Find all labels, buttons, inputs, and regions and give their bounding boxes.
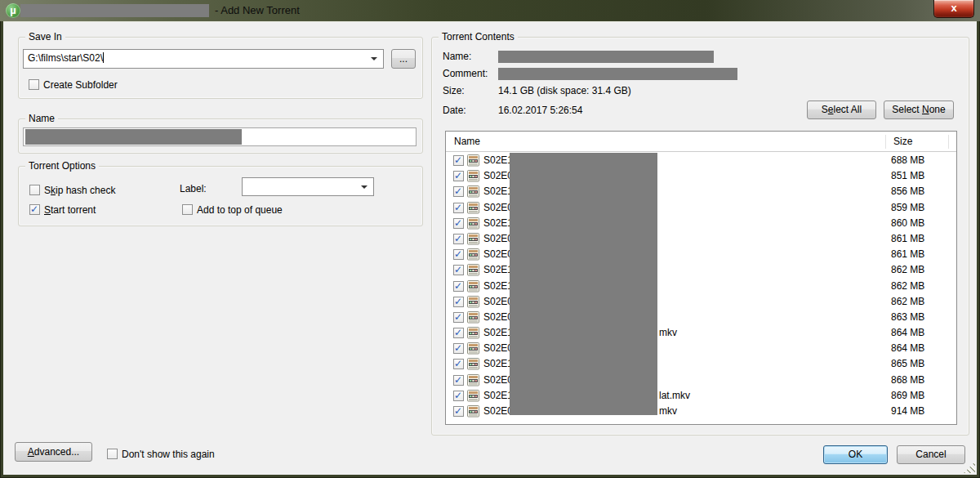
file-checkbox[interactable]: ✓ — [453, 218, 464, 229]
file-size: 862 MB — [891, 294, 924, 310]
column-header-size[interactable]: Size — [893, 132, 912, 151]
video-file-icon — [467, 390, 479, 402]
file-checkbox[interactable]: ✓ — [453, 406, 464, 417]
check-icon: ✓ — [454, 248, 462, 260]
select-none-button[interactable]: Select None — [884, 101, 954, 119]
contents-date-value: 16.02.2017 5:26:54 — [498, 105, 582, 117]
check-icon: ✓ — [454, 217, 462, 229]
file-checkbox[interactable]: ✓ — [453, 297, 464, 307]
select-all-button[interactable]: Select All — [807, 101, 876, 119]
save-path-combobox[interactable]: G:\films\star\S02\ — [23, 49, 384, 69]
chevron-down-icon[interactable] — [361, 185, 368, 189]
cancel-button-label: Cancel — [915, 449, 946, 460]
label-field-caption: Label: — [180, 183, 207, 195]
file-size: 856 MB — [891, 184, 924, 199]
video-file-icon — [467, 264, 479, 276]
torrent-options-group-label: Torrent Options — [25, 160, 99, 172]
file-checkbox[interactable]: ✓ — [453, 359, 464, 369]
advanced-button[interactable]: Advanced... — [15, 442, 92, 462]
check-icon: ✓ — [30, 203, 38, 215]
file-size: 860 MB — [891, 216, 924, 231]
save-path-value: G:\films\star\S02\ — [28, 52, 103, 64]
file-checkbox[interactable]: ✓ — [453, 171, 464, 181]
video-file-icon — [467, 280, 479, 293]
contents-size-label: Size: — [443, 85, 465, 97]
file-checkbox[interactable]: ✓ — [453, 391, 464, 401]
check-icon: ✓ — [454, 374, 462, 386]
check-icon: ✓ — [454, 390, 462, 401]
video-file-icon — [467, 248, 479, 261]
video-file-icon — [467, 374, 479, 386]
window-title: - Add New Torrent — [215, 0, 300, 21]
file-checkbox[interactable]: ✓ — [453, 249, 464, 260]
file-list: Name Size ✓ S02E15 688 MB — [445, 131, 957, 425]
column-divider[interactable] — [948, 135, 949, 149]
file-checkbox[interactable]: ✓ — [453, 312, 464, 323]
file-size: 862 MB — [891, 262, 924, 278]
contents-comment-label: Comment: — [443, 68, 488, 80]
file-size: 864 MB — [891, 325, 924, 341]
contents-size-value: 14.1 GB (disk space: 31.4 GB) — [498, 85, 631, 97]
torrent-name-input[interactable] — [23, 127, 416, 146]
file-size: 861 MB — [891, 247, 924, 262]
check-icon: ✓ — [454, 233, 462, 244]
file-checkbox[interactable]: ✓ — [453, 375, 464, 386]
browse-button-label: ... — [399, 53, 408, 65]
file-list-header: Name Size — [446, 132, 956, 152]
file-size: 868 MB — [891, 373, 924, 388]
check-icon: ✓ — [454, 264, 462, 275]
ok-button[interactable]: OK — [823, 445, 888, 464]
save-in-group-label: Save In — [25, 31, 65, 43]
check-icon: ✓ — [454, 327, 462, 338]
skip-hash-check-checkbox[interactable] — [29, 185, 40, 195]
label-combobox[interactable] — [242, 177, 374, 196]
close-button[interactable]: x — [933, 0, 974, 18]
contents-date-label: Date: — [443, 105, 466, 117]
start-torrent-checkbox[interactable]: ✓ — [29, 204, 40, 215]
video-file-icon — [467, 170, 479, 182]
torrent-options-group: Torrent Options — [18, 166, 423, 226]
file-checkbox[interactable]: ✓ — [453, 281, 464, 292]
create-subfolder-checkbox[interactable] — [29, 79, 39, 90]
title-redaction — [20, 4, 209, 17]
file-checkbox[interactable]: ✓ — [453, 203, 464, 213]
file-checkbox[interactable]: ✓ — [453, 234, 464, 244]
file-checkbox[interactable]: ✓ — [453, 186, 464, 197]
file-list-redaction — [510, 153, 657, 415]
add-new-torrent-dialog: { "window": { "app_icon_glyph": "µ", "ti… — [0, 0, 980, 478]
file-name-suffix: mkv — [659, 404, 677, 419]
browse-button[interactable]: ... — [391, 49, 416, 69]
video-file-icon — [467, 405, 479, 418]
file-checkbox[interactable]: ✓ — [453, 328, 464, 338]
cancel-button[interactable]: Cancel — [897, 445, 965, 464]
close-icon: x — [951, 2, 956, 14]
name-redaction — [25, 129, 242, 145]
check-icon: ✓ — [454, 280, 462, 292]
add-top-queue-checkbox[interactable] — [182, 204, 193, 215]
column-divider[interactable] — [885, 135, 886, 149]
video-file-icon — [467, 311, 479, 324]
ok-button-label: OK — [849, 449, 862, 460]
contents-name-label: Name: — [443, 51, 471, 63]
check-icon: ✓ — [454, 311, 462, 323]
start-torrent-label: Start torrent — [44, 204, 96, 216]
column-header-name[interactable]: Name — [454, 132, 480, 151]
skip-hash-check-label: Skip hash check — [44, 185, 115, 196]
video-file-icon — [467, 327, 479, 339]
file-checkbox[interactable]: ✓ — [453, 343, 464, 354]
torrent-contents-group-label: Torrent Contents — [439, 31, 518, 43]
file-checkbox[interactable]: ✓ — [453, 265, 464, 275]
video-file-icon — [467, 233, 479, 245]
file-name-suffix: lat.mkv — [659, 388, 690, 404]
add-top-queue-label: Add to top of queue — [197, 204, 283, 216]
check-icon: ✓ — [454, 342, 462, 354]
video-file-icon — [467, 154, 479, 167]
video-file-icon — [467, 358, 479, 370]
dont-show-again-label: Don't show this again — [122, 449, 215, 460]
dont-show-again-checkbox[interactable] — [107, 449, 118, 459]
titlebar[interactable]: µ - Add New Torrent x — [0, 0, 980, 21]
file-size: 864 MB — [891, 341, 924, 356]
file-checkbox[interactable]: ✓ — [453, 155, 464, 166]
chevron-down-icon[interactable] — [371, 57, 377, 60]
file-size: 865 MB — [891, 356, 924, 372]
